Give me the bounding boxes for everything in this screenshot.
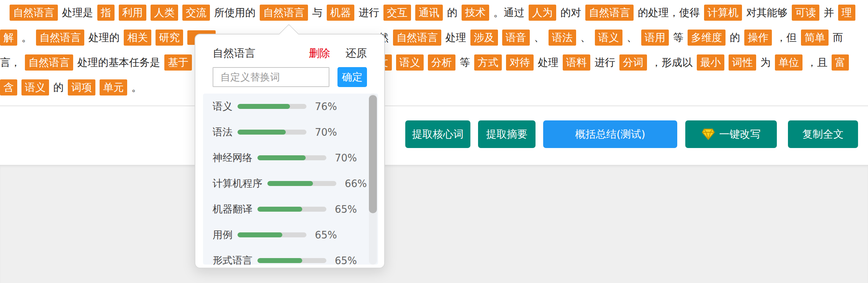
button-label: 概括总结(测试): [575, 127, 645, 141]
highlighted-word[interactable]: 自然语言: [585, 5, 634, 21]
highlighted-word[interactable]: 自然语言: [10, 5, 58, 21]
highlighted-word[interactable]: 简单: [801, 30, 829, 46]
content-divider: [0, 105, 868, 106]
text-line-2-before-popup: 解。自然语言处理的相关研究: [0, 29, 216, 46]
highlighted-word[interactable]: 分词: [619, 54, 647, 71]
highlighted-word[interactable]: 涉及: [470, 30, 498, 46]
highlighted-word[interactable]: 计算机: [704, 5, 742, 21]
synonym-strength-bar: [257, 258, 326, 263]
highlighted-word[interactable]: 交流: [182, 5, 210, 21]
extract-summary-button[interactable]: 提取摘要: [478, 120, 536, 148]
synonym-word: 机器翻译: [213, 202, 252, 216]
highlighted-word[interactable]: 自然语言: [393, 30, 441, 46]
plain-text: 的对: [560, 6, 581, 20]
highlighted-word[interactable]: 解: [0, 30, 17, 46]
highlighted-word[interactable]: 技术: [462, 5, 489, 21]
highlighted-word[interactable]: 机器: [327, 5, 354, 21]
highlighted-word[interactable]: 语法: [549, 30, 576, 46]
popup-selected-word: 自然语言: [213, 46, 255, 61]
highlighted-word[interactable]: 人为: [529, 5, 556, 21]
plain-text: 的: [53, 81, 64, 94]
highlighted-word[interactable]: 对待: [506, 54, 534, 71]
scrollbar-track[interactable]: [369, 94, 377, 265]
highlighted-word[interactable]: 语义: [396, 54, 424, 71]
synonym-strength-bar: [267, 181, 336, 186]
synonym-row[interactable]: 机器翻译65%: [203, 196, 378, 222]
highlighted-word[interactable]: 词项: [68, 79, 95, 95]
synonym-word: 计算机程序: [213, 177, 262, 190]
plain-text: 处理是: [62, 6, 93, 20]
extract-core-words-button[interactable]: 提取核心词: [405, 120, 470, 148]
highlighted-word[interactable]: 自然语言: [25, 54, 73, 71]
highlighted-word[interactable]: 词性: [729, 54, 756, 71]
highlighted-word[interactable]: 语义: [595, 30, 622, 46]
scrollbar-thumb[interactable]: [369, 95, 377, 213]
highlighted-word[interactable]: 语料: [563, 54, 590, 71]
synonym-percent: 70%: [315, 127, 337, 138]
highlighted-word[interactable]: 交互: [383, 5, 411, 21]
highlighted-word[interactable]: 分析: [428, 54, 455, 71]
highlighted-word[interactable]: 语音: [502, 30, 530, 46]
button-label: 提取核心词: [412, 127, 464, 141]
highlighted-word[interactable]: 自然语言: [260, 5, 308, 21]
highlighted-word[interactable]: 理: [838, 5, 855, 21]
synonym-strength-bar: [237, 130, 306, 135]
rewrite-tool-page: 自然语言处理是指利用人类交流所使用的自然语言与机器进行交互通讯的技术。通过人为的…: [0, 0, 868, 283]
highlighted-word[interactable]: 基于: [164, 54, 192, 71]
synonym-row[interactable]: 神经网络70%: [203, 145, 378, 171]
copy-full-text-button[interactable]: 复制全文: [788, 120, 858, 148]
highlighted-word[interactable]: 富: [832, 54, 849, 71]
synonym-row[interactable]: 用例65%: [203, 222, 378, 248]
highlighted-word[interactable]: 最小: [697, 54, 724, 71]
document-text-area: 自然语言处理是指利用人类交流所使用的自然语言与机器进行交互通讯的技术。通过人为的…: [0, 0, 868, 105]
synonym-row[interactable]: 计算机程序66%: [203, 171, 378, 196]
synonym-row[interactable]: 形式语言65%: [203, 248, 378, 265]
highlighted-word[interactable]: 方式: [474, 54, 502, 71]
highlighted-word[interactable]: 相关: [124, 30, 151, 46]
button-label: 提取摘要: [486, 127, 527, 141]
highlighted-word[interactable]: 人类: [151, 5, 178, 21]
synonym-suggestion-list: 语义76%语法70%神经网络70%计算机程序66%机器翻译65%用例65%形式语…: [203, 94, 378, 265]
highlighted-word[interactable]: 利用: [119, 5, 146, 21]
button-label: 复制全文: [802, 127, 844, 141]
confirm-button[interactable]: 确定: [337, 67, 367, 87]
synonym-strength-bar: [257, 155, 326, 160]
text-line-3-after-popup: 文语义分析等方式对待处理语料进行分词，形成以最小词性为单位，且富: [375, 54, 849, 71]
restore-word-button[interactable]: 还原: [346, 46, 367, 61]
highlighted-word[interactable]: 研究: [156, 30, 183, 46]
synonym-row[interactable]: 语义76%: [203, 94, 378, 119]
custom-replacement-input[interactable]: [213, 67, 329, 87]
plain-text: 进行: [359, 6, 379, 20]
plain-text: 、: [580, 31, 591, 44]
text-line-1: 自然语言处理是指利用人类交流所使用的自然语言与机器进行交互通讯的技术。通过人为的…: [10, 4, 855, 21]
highlighted-word[interactable]: 通讯: [415, 5, 443, 21]
plain-text: 对其能够: [746, 6, 788, 20]
highlighted-word[interactable]: 单元: [100, 79, 127, 95]
synonym-percent: 70%: [335, 152, 357, 164]
plain-text: ，形成以: [651, 56, 693, 69]
highlighted-word[interactable]: 语义: [21, 79, 49, 95]
synonym-strength-bar: [237, 232, 306, 237]
plain-text: 。通过: [493, 6, 524, 20]
synonym-row[interactable]: 语法70%: [203, 119, 378, 145]
highlighted-word[interactable]: 操作: [744, 30, 772, 46]
custom-replacement-row: 确定: [213, 67, 367, 87]
plain-text: 言，: [0, 56, 21, 69]
delete-word-button[interactable]: 删除: [309, 46, 330, 61]
synonym-word: 语法: [213, 125, 233, 139]
plain-text: 并: [824, 6, 834, 20]
plain-text: 的: [447, 6, 457, 20]
highlighted-word[interactable]: 自然语言: [36, 30, 84, 46]
one-click-rewrite-button[interactable]: 一键改写: [685, 120, 777, 148]
synonym-percent: 65%: [335, 204, 357, 215]
summarize-test-button[interactable]: 概括总结(测试): [543, 120, 677, 148]
highlighted-word[interactable]: 可读: [792, 5, 819, 21]
plain-text: 等: [673, 31, 683, 44]
highlighted-word[interactable]: 指: [97, 5, 115, 21]
highlighted-word[interactable]: 多维度: [688, 30, 726, 46]
plain-text: 处理的基本任务是: [77, 56, 160, 69]
highlighted-word[interactable]: 单位: [775, 54, 802, 71]
plain-text: 、: [627, 31, 637, 44]
highlighted-word[interactable]: 语用: [641, 30, 669, 46]
highlighted-word[interactable]: 含: [0, 79, 17, 95]
